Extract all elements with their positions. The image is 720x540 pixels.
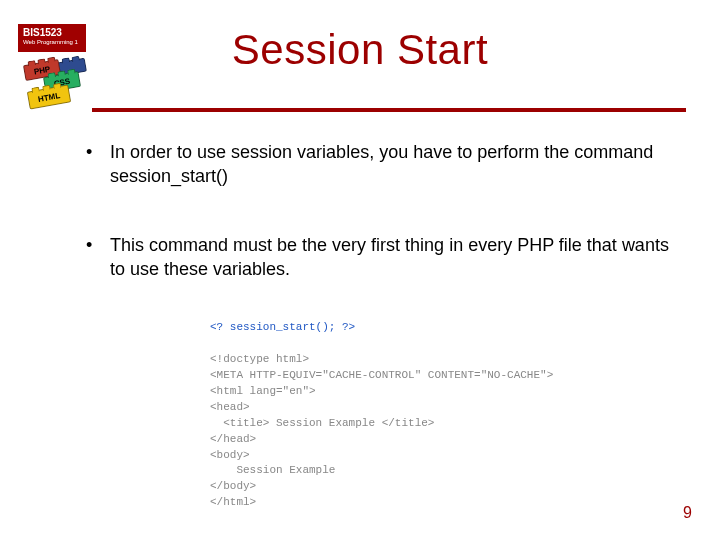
page-number: 9 bbox=[683, 504, 692, 522]
code-line: Session Example bbox=[210, 464, 335, 476]
code-line: </head> bbox=[210, 433, 256, 445]
slide-header: BIS1523 Web Programming 1 PHP CSS HTML S… bbox=[0, 0, 720, 130]
slide-body: In order to use session variables, you h… bbox=[80, 140, 670, 325]
title-underline bbox=[92, 108, 686, 112]
code-line: <? session_start(); ?> bbox=[210, 321, 355, 333]
bullet-list: In order to use session variables, you h… bbox=[80, 140, 670, 281]
brick-html-label: HTML bbox=[37, 91, 60, 104]
list-item: This command must be the very first thin… bbox=[80, 233, 670, 282]
code-line: <title> Session Example </title> bbox=[210, 417, 434, 429]
code-line: </body> bbox=[210, 480, 256, 492]
code-line: <META HTTP-EQUIV="CACHE-CONTROL" CONTENT… bbox=[210, 369, 553, 381]
code-line: <!doctype html> bbox=[210, 353, 309, 365]
brick-html-icon: HTML bbox=[27, 84, 71, 109]
slide-title: Session Start bbox=[0, 26, 720, 74]
list-item: In order to use session variables, you h… bbox=[80, 140, 670, 189]
code-sample: <? session_start(); ?> <!doctype html> <… bbox=[210, 320, 553, 511]
code-line: </html> bbox=[210, 496, 256, 508]
code-line: <html lang="en"> bbox=[210, 385, 316, 397]
code-line: <head> bbox=[210, 401, 250, 413]
code-line: <body> bbox=[210, 449, 250, 461]
